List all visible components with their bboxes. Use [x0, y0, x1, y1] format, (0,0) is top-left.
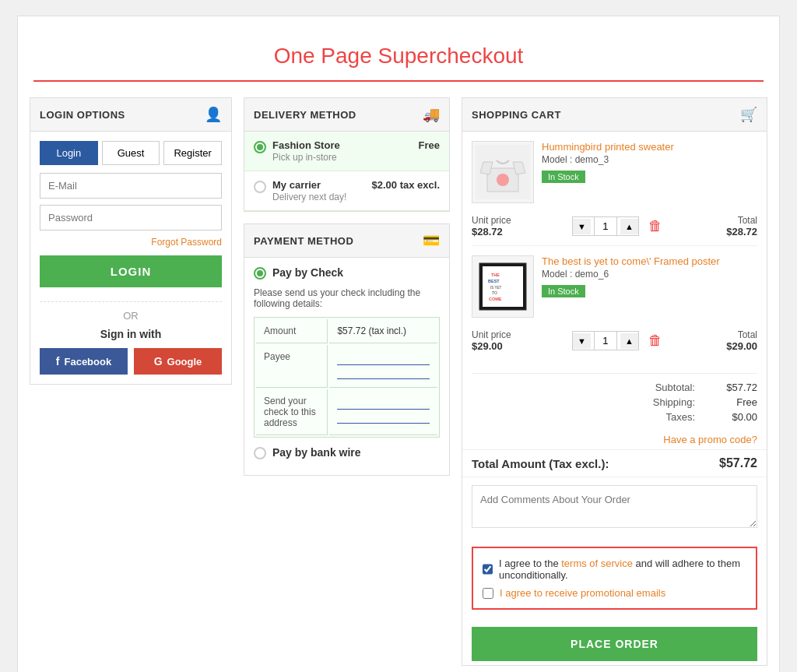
user-icon: 👤 — [205, 106, 223, 123]
payment-details-table: Amount $57.72 (tax incl.) Payee Send you… — [254, 317, 440, 438]
delivery-option-fashion[interactable]: Fashion Store Pick up in-store Free — [244, 132, 449, 171]
cart-section-title: SHOPPING CART — [472, 109, 561, 121]
promo-email-row: I agree to receive promotional emails — [483, 587, 746, 599]
cart-item-2-unit-price: $29.00 — [472, 340, 511, 352]
payment-body: Pay by Check Please send us your check i… — [244, 258, 449, 475]
password-input[interactable] — [40, 205, 222, 230]
google-label: Google — [167, 356, 202, 368]
svg-text:TO: TO — [492, 290, 497, 295]
table-row: Payee — [256, 345, 437, 388]
shipping-val: Free — [718, 396, 757, 408]
cart-item-1-stock: In Stock — [542, 171, 585, 183]
tos-text: I agree to the terms of service and will… — [499, 558, 746, 581]
login-button[interactable]: LOGIN — [40, 255, 222, 287]
google-button[interactable]: G Google — [134, 348, 222, 375]
login-column: LOGIN OPTIONS 👤 Login Guest Register For… — [30, 97, 232, 396]
delivery-sub-carrier: Delivery next day! — [272, 192, 346, 202]
delivery-section: DELIVERY METHOD 🚚 Fashion Store Pick up … — [244, 97, 450, 212]
login-section-body: Login Guest Register Forgot Password LOG… — [30, 132, 231, 384]
login-tab[interactable]: Login — [40, 141, 98, 165]
cart-item-1-unit-label: Unit price — [472, 215, 511, 226]
cart-item-1-price-row: Unit price $28.72 ▼ ▲ 🗑 To — [472, 215, 757, 246]
payment-option-wire[interactable]: Pay by bank wire — [254, 438, 440, 467]
cart-item-1-image — [472, 141, 534, 203]
payment-radio-wire[interactable] — [254, 447, 266, 459]
payment-section-header: PAYMENT METHOD 💳 — [244, 224, 449, 258]
page-title-area: One Page Supercheckout — [33, 28, 764, 82]
order-comments[interactable] — [472, 485, 757, 528]
promo-email-checkbox[interactable] — [483, 588, 493, 599]
facebook-label: Facebook — [64, 356, 111, 368]
cart-section: SHOPPING CART 🛒 — [462, 97, 767, 666]
delete-item-2[interactable]: 🗑 — [645, 329, 665, 352]
delivery-radio-carrier[interactable] — [254, 181, 266, 193]
cart-item-2-name: The best is yet to come\' Framed poster — [542, 255, 757, 267]
facebook-button[interactable]: f Facebook — [40, 348, 128, 375]
login-section-title: LOGIN OPTIONS — [40, 109, 125, 121]
delivery-option-carrier[interactable]: My carrier Delivery next day! $2.00 tax … — [244, 171, 449, 211]
cart-item-1-model: Model : demo_3 — [542, 154, 757, 165]
table-row: Amount $57.72 (tax incl.) — [256, 319, 437, 343]
place-order-button[interactable]: PLACE ORDER — [472, 627, 757, 661]
middle-column: DELIVERY METHOD 🚚 Fashion Store Pick up … — [244, 97, 450, 487]
cart-item-1-total-val: $28.72 — [726, 226, 757, 237]
cart-item-2-model: Model : demo_6 — [542, 269, 757, 280]
qty-decrease-1[interactable]: ▼ — [573, 219, 591, 234]
payment-radio-check[interactable] — [254, 267, 266, 280]
total-amount-val: $57.72 — [719, 456, 757, 470]
cart-item-2-total: Total $29.00 — [726, 329, 757, 352]
cart-item-2-qty-area: ▼ ▲ 🗑 — [572, 329, 665, 352]
subtotal-label: Subtotal: — [655, 382, 695, 393]
svg-text:COME: COME — [489, 297, 502, 301]
cart-item-1: Hummingbird printed sweater Model : demo… — [472, 141, 757, 203]
payment-label-wire: Pay by bank wire — [272, 446, 361, 459]
cart-item-2-total-label: Total — [726, 329, 757, 340]
qty-decrease-2[interactable]: ▼ — [573, 333, 591, 349]
delivery-name-fashion: Fashion Store — [272, 139, 340, 151]
delete-item-1[interactable]: 🗑 — [645, 215, 665, 237]
register-tab[interactable]: Register — [163, 141, 222, 165]
delivery-price-fashion: Free — [419, 139, 440, 151]
payment-option-check[interactable]: Pay by Check — [254, 266, 440, 280]
forgot-password-link[interactable]: Forgot Password — [40, 237, 222, 248]
cart-item-1-unit-price: $28.72 — [472, 226, 511, 237]
cart-divider — [472, 373, 757, 374]
promo-code-link[interactable]: Have a promo code? — [462, 430, 767, 449]
facebook-icon: f — [56, 355, 60, 368]
cart-item-1-details: Hummingbird printed sweater Model : demo… — [542, 141, 757, 187]
svg-text:THE: THE — [491, 273, 500, 277]
cart-item-1-qty-area: ▼ ▲ 🗑 — [572, 215, 665, 237]
delivery-section-title: DELIVERY METHOD — [254, 109, 356, 121]
or-divider: OR — [40, 301, 222, 322]
social-buttons: f Facebook G Google — [40, 348, 222, 375]
payment-label-check: Pay by Check — [272, 266, 343, 279]
qty-increase-1[interactable]: ▲ — [620, 219, 638, 234]
tos-text-before: I agree to the — [499, 558, 561, 569]
cart-item-2-unit-label: Unit price — [472, 329, 511, 340]
svg-text:BEST: BEST — [488, 279, 500, 283]
payment-icon: 💳 — [423, 232, 441, 249]
qty-increase-2[interactable]: ▲ — [620, 333, 638, 349]
qty-input-2[interactable] — [594, 332, 617, 350]
shipping-row: Shipping: Free — [472, 396, 757, 408]
login-section: LOGIN OPTIONS 👤 Login Guest Register For… — [30, 97, 232, 385]
qty-input-1[interactable] — [594, 217, 617, 235]
login-tabs: Login Guest Register — [40, 141, 222, 165]
cart-summary: Subtotal: $57.72 Shipping: Free Taxes: $… — [462, 378, 767, 430]
tos-checkbox[interactable] — [483, 563, 493, 575]
guest-tab[interactable]: Guest — [102, 141, 160, 165]
tos-link[interactable]: terms of service — [561, 558, 633, 569]
taxes-val: $0.00 — [718, 411, 757, 423]
total-amount-row: Total Amount (Tax excl.): $57.72 — [462, 449, 767, 477]
tos-row: I agree to the terms of service and will… — [483, 558, 746, 581]
cart-item-2-details: The best is yet to come\' Framed poster … — [542, 255, 757, 301]
amount-value: $57.72 (tax incl.) — [329, 319, 437, 343]
cart-item-1-total: Total $28.72 — [726, 215, 757, 237]
cart-item-1-name: Hummingbird printed sweater — [542, 141, 757, 153]
table-row: Send your check to this address — [256, 389, 437, 435]
promo-email-label: I agree to receive promotional emails — [500, 587, 665, 599]
cart-item-2-price-row: Unit price $29.00 ▼ ▲ 🗑 To — [472, 329, 757, 360]
cart-item-2-total-val: $29.00 — [726, 340, 757, 352]
email-input[interactable] — [40, 173, 222, 199]
delivery-radio-fashion[interactable] — [254, 141, 266, 153]
